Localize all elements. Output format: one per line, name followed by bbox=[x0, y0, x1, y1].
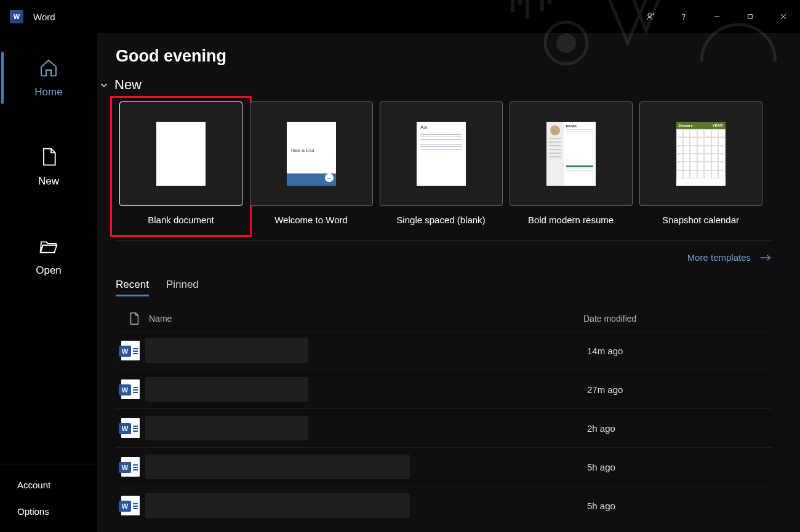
account-signin-button[interactable] bbox=[634, 0, 667, 33]
main-content: Good evening New Blank document Take a t… bbox=[97, 33, 800, 532]
template-single-spaced[interactable]: Aa Single spaced (blank) bbox=[376, 101, 506, 229]
sidebar-item-label: New bbox=[38, 175, 59, 188]
resume-thumbnail: NAME bbox=[546, 122, 596, 186]
template-gallery: Blank document Take a tour→ Welcome to W… bbox=[116, 101, 772, 241]
home-icon bbox=[39, 58, 58, 77]
tab-pinned[interactable]: Pinned bbox=[166, 279, 199, 296]
close-button[interactable] bbox=[767, 0, 800, 33]
template-snapshot-calendar[interactable]: JanuaryYEAR Snapshot calendar bbox=[636, 101, 766, 229]
single-spaced-thumbnail: Aa bbox=[417, 122, 466, 186]
sidebar-item-open[interactable]: Open bbox=[0, 212, 97, 301]
more-templates-link[interactable]: More templates bbox=[687, 252, 772, 263]
section-title: New bbox=[114, 77, 142, 93]
column-date: Date modified bbox=[583, 314, 768, 324]
file-row[interactable]: 7h ago bbox=[116, 525, 772, 532]
template-label: Snapshot calendar bbox=[662, 215, 739, 225]
file-date: 5h ago bbox=[587, 501, 772, 511]
minimize-button[interactable] bbox=[700, 0, 734, 33]
sidebar-options[interactable]: Options bbox=[0, 498, 97, 525]
greeting-heading: Good evening bbox=[116, 47, 772, 66]
redacted-filename bbox=[145, 416, 308, 440]
tab-recent[interactable]: Recent bbox=[116, 279, 149, 296]
word-document-icon bbox=[121, 496, 140, 515]
welcome-thumbnail: Take a tour→ bbox=[287, 122, 336, 186]
word-document-icon bbox=[121, 341, 140, 360]
template-blank-document[interactable]: Blank document bbox=[116, 101, 246, 231]
file-row[interactable]: 5h ago bbox=[116, 486, 772, 525]
file-tabs: Recent Pinned bbox=[116, 279, 772, 296]
new-document-icon bbox=[39, 147, 58, 167]
template-welcome-to-word[interactable]: Take a tour→ Welcome to Word bbox=[246, 101, 376, 229]
more-templates-label: More templates bbox=[687, 252, 751, 263]
new-section-header[interactable]: New bbox=[100, 77, 772, 93]
word-document-icon bbox=[121, 379, 140, 399]
word-document-icon bbox=[121, 418, 140, 438]
svg-rect-11 bbox=[748, 15, 753, 19]
template-label: Bold modern resume bbox=[528, 215, 614, 225]
arrow-right-icon bbox=[759, 253, 772, 262]
redacted-filename bbox=[145, 455, 410, 479]
chevron-down-icon bbox=[100, 81, 108, 89]
svg-point-9 bbox=[684, 19, 684, 20]
redacted-filename bbox=[145, 377, 308, 402]
file-row[interactable]: 27m ago bbox=[116, 370, 772, 408]
column-name: Name bbox=[149, 314, 583, 324]
template-bold-modern-resume[interactable]: NAME Bold modern resume bbox=[506, 101, 636, 229]
file-row[interactable]: 2h ago bbox=[116, 408, 772, 447]
titlebar: Word bbox=[0, 0, 800, 33]
calendar-thumbnail: JanuaryYEAR bbox=[676, 122, 726, 186]
redacted-filename bbox=[145, 493, 410, 518]
help-button[interactable] bbox=[667, 0, 700, 33]
file-row[interactable]: 14m ago bbox=[116, 331, 772, 370]
file-list: 14m ago27m ago2h ago5h ago5h ago7h ago bbox=[116, 331, 772, 532]
word-document-icon bbox=[121, 457, 140, 477]
sidebar-item-label: Open bbox=[36, 264, 62, 277]
blank-page-thumbnail bbox=[156, 122, 206, 186]
sidebar: Home New Open Account Options bbox=[0, 33, 97, 532]
file-row[interactable]: 5h ago bbox=[116, 447, 772, 486]
word-app-icon bbox=[10, 10, 23, 23]
app-title: Word bbox=[33, 12, 55, 22]
template-label: Single spaced (blank) bbox=[396, 215, 485, 225]
redacted-filename bbox=[145, 338, 308, 363]
template-label: Welcome to Word bbox=[274, 215, 348, 225]
file-date: 5h ago bbox=[587, 462, 772, 472]
file-date: 27m ago bbox=[587, 384, 772, 395]
sidebar-item-new[interactable]: New bbox=[0, 122, 97, 212]
file-date: 14m ago bbox=[587, 346, 772, 356]
maximize-button[interactable] bbox=[734, 0, 767, 33]
highlight-box: Blank document bbox=[110, 96, 252, 237]
sidebar-item-label: Home bbox=[34, 86, 62, 98]
sidebar-account[interactable]: Account bbox=[0, 472, 97, 498]
file-date: 2h ago bbox=[587, 423, 772, 434]
document-icon bbox=[129, 312, 140, 325]
file-list-header: Name Date modified bbox=[116, 306, 772, 331]
sidebar-item-home[interactable]: Home bbox=[0, 33, 97, 122]
svg-point-8 bbox=[648, 14, 651, 17]
template-label: Blank document bbox=[148, 215, 214, 225]
folder-open-icon bbox=[39, 236, 58, 256]
